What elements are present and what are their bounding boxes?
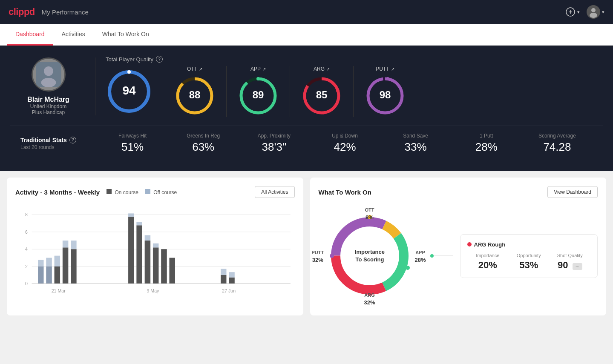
activity-chart-svg: 8 6 4 2 0 xyxy=(15,205,295,298)
donut-label-arg: ARG 32% xyxy=(364,291,375,306)
arg-arrow: ↗ xyxy=(326,67,330,72)
user-chevron: ▾ xyxy=(602,9,604,15)
svg-text:94: 94 xyxy=(122,84,136,97)
stat-proximity: App. Proximity 38'3" xyxy=(239,133,309,154)
what-to-work-title: What To Work On xyxy=(319,189,371,196)
tab-activities[interactable]: Activities xyxy=(53,24,94,46)
activity-title: Activity - 3 Months - Weekly xyxy=(15,189,100,196)
svg-rect-38 xyxy=(46,267,52,284)
donut-container: Importance To Scoring OTT 8% APP 28% xyxy=(319,205,421,307)
player-profile: Blair McHarg United Kingdom Plus Handica… xyxy=(10,57,95,115)
header: clippd My Performance ▾ ▾ xyxy=(0,0,613,24)
stats-label-section: Traditional Stats ? Last 20 rounds xyxy=(20,137,97,150)
player-avatar xyxy=(32,57,66,92)
svg-text:6: 6 xyxy=(25,229,28,235)
all-activities-button[interactable]: All Activities xyxy=(255,186,294,198)
header-right: ▾ ▾ xyxy=(565,5,604,19)
svg-point-4 xyxy=(590,13,597,18)
svg-rect-43 xyxy=(63,241,68,247)
svg-rect-44 xyxy=(71,249,76,284)
ring-app: APP ↗ 89 xyxy=(227,66,290,117)
stats-help-icon[interactable]: ? xyxy=(69,137,76,143)
info-metric-opportunity: Opportunity 53% xyxy=(508,253,550,271)
svg-text:85: 85 xyxy=(316,89,328,100)
ring-arg: ARG ↗ 85 xyxy=(290,66,354,117)
ring-svg-ott: 88 xyxy=(173,75,216,117)
info-metrics: Importance 20% Opportunity 53% Shot Qual… xyxy=(467,253,591,271)
svg-rect-37 xyxy=(38,260,43,266)
svg-rect-40 xyxy=(55,267,60,284)
chart-area: 8 6 4 2 0 xyxy=(15,205,295,298)
nav-tabs: Dashboard Activities What To Work On xyxy=(0,24,613,46)
player-country: United Kingdom xyxy=(30,103,66,109)
svg-point-73 xyxy=(330,254,334,258)
avatar xyxy=(587,5,600,19)
svg-point-17 xyxy=(256,77,260,80)
app-arrow: ↗ xyxy=(262,67,266,72)
stats-row: Traditional Stats ? Last 20 rounds Fairw… xyxy=(10,126,603,161)
ring-label-app: APP ↗ xyxy=(250,66,266,72)
bar xyxy=(38,267,43,284)
svg-rect-45 xyxy=(71,241,76,249)
hero-section: Blair McHarg United Kingdom Plus Handica… xyxy=(0,46,613,171)
svg-rect-47 xyxy=(128,213,134,217)
player-handicap: Plus Handicap xyxy=(32,109,65,115)
legend-off-course-dot xyxy=(145,189,150,194)
svg-point-6 xyxy=(43,66,53,76)
svg-text:Importance: Importance xyxy=(354,249,384,255)
svg-text:9 May: 9 May xyxy=(147,288,160,293)
logo[interactable]: clippd xyxy=(9,6,35,17)
quality-rings: 94 OTT ↗ 88 xyxy=(106,66,603,117)
what-to-work-panel: What To Work On View Dashboard xyxy=(310,178,607,315)
svg-text:98: 98 xyxy=(380,89,391,100)
view-dashboard-button[interactable]: View Dashboard xyxy=(547,186,598,198)
tab-what-to-work-on[interactable]: What To Work On xyxy=(94,24,158,46)
user-menu[interactable]: ▾ xyxy=(587,5,604,19)
ring-svg-arg: 85 xyxy=(300,75,343,117)
ring-putt: PUTT ↗ 98 xyxy=(354,66,417,117)
tab-dashboard[interactable]: Dashboard xyxy=(7,24,53,46)
svg-rect-58 xyxy=(229,278,234,284)
svg-text:21 Mar: 21 Mar xyxy=(52,288,66,293)
bottom-panels: Activity - 3 Months - Weekly On course O… xyxy=(0,171,613,322)
quality-label: Total Player Quality ? xyxy=(106,56,603,63)
shot-quality-badge: → xyxy=(573,263,582,270)
info-metric-importance: Importance 20% xyxy=(467,253,509,271)
info-card-dot xyxy=(467,242,472,246)
svg-rect-56 xyxy=(221,275,226,284)
svg-rect-39 xyxy=(46,258,52,266)
stat-fairways: Fairways Hit 51% xyxy=(97,133,168,154)
stats-sublabel: Last 20 rounds xyxy=(20,144,97,150)
svg-text:27 Jun: 27 Jun xyxy=(222,288,236,293)
info-metric-shot-quality: Shot Quality 90 → xyxy=(550,253,591,271)
svg-point-25 xyxy=(386,77,389,80)
svg-text:8: 8 xyxy=(25,212,28,217)
add-chevron: ▾ xyxy=(577,9,580,15)
activity-header-left: Activity - 3 Months - Weekly On course O… xyxy=(15,189,177,196)
stats-label: Traditional Stats ? xyxy=(20,137,97,143)
ring-total: 94 xyxy=(106,68,163,115)
player-name: Blair McHarg xyxy=(27,96,69,103)
chart-legend: On course Off course xyxy=(106,189,177,195)
svg-text:89: 89 xyxy=(253,89,264,100)
ring-label-ott: OTT ↗ xyxy=(187,66,202,72)
svg-text:2: 2 xyxy=(25,264,28,269)
ring-svg-putt: 98 xyxy=(364,75,406,117)
legend-on-course-dot xyxy=(106,189,112,194)
quality-help-icon[interactable]: ? xyxy=(156,56,163,63)
ring-svg-total: 94 xyxy=(106,68,153,115)
svg-rect-51 xyxy=(145,235,150,241)
stat-oneputt: 1 Putt 28% xyxy=(451,133,522,154)
svg-point-21 xyxy=(336,89,340,92)
svg-point-75 xyxy=(430,254,434,258)
header-title: My Performance xyxy=(42,9,89,16)
plus-circle-icon xyxy=(565,7,576,17)
donut-label-putt: PUTT 32% xyxy=(312,248,324,264)
svg-text:0: 0 xyxy=(25,281,28,286)
header-left: clippd My Performance xyxy=(9,6,89,17)
stat-greens: Greens In Reg 63% xyxy=(168,133,239,154)
svg-rect-46 xyxy=(128,217,134,284)
svg-rect-55 xyxy=(169,258,175,284)
add-button[interactable]: ▾ xyxy=(565,7,580,17)
svg-point-7 xyxy=(41,78,56,87)
